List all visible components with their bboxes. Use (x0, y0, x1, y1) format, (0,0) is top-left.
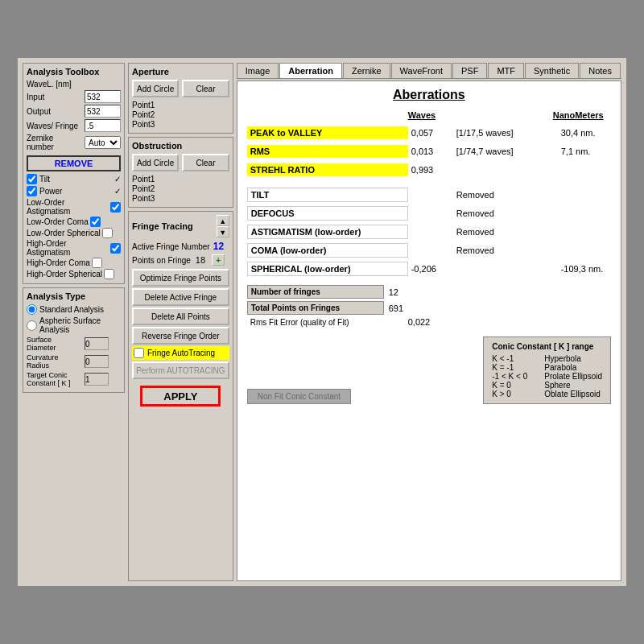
apply-btn-container: APPLY (132, 386, 229, 407)
waves-field[interactable] (85, 119, 121, 132)
abr-row-coma: COMA (low-order) Removed (247, 242, 611, 258)
ho-spherical-checkbox[interactable] (104, 269, 114, 279)
ho-astig-checkbox[interactable] (110, 243, 121, 254)
power-label: Power (39, 187, 62, 196)
conic-target-input[interactable] (85, 373, 109, 386)
zernike-select[interactable]: Auto (85, 136, 121, 149)
curvature-label: Curvature Radius (27, 353, 83, 369)
standard-label: Standard Analysis (39, 305, 104, 314)
conic-target-label: Target Conic Constant [ K ] (27, 371, 83, 387)
tab-image[interactable]: Image (237, 63, 279, 78)
obstruction-point3: Point3 (132, 194, 229, 203)
lo-coma-checkbox[interactable] (90, 217, 101, 227)
toolbox-title: Analysis Toolbox (27, 67, 121, 76)
conic-box: Conic Constant [ K ] range K < -1Hyperbo… (483, 336, 611, 404)
divider1 (247, 180, 611, 187)
output-label: Output (27, 107, 83, 116)
nonfit-button[interactable]: Non Fit Conic Constant (247, 389, 351, 404)
obstruction-clear-button[interactable]: Clear (182, 154, 229, 171)
delete-all-points-button[interactable]: Delete All Points (132, 308, 229, 325)
output-row: Output (27, 105, 121, 118)
tab-wavefront[interactable]: WaveFront (391, 63, 452, 78)
lo-spherical-label: Low-Order Spherical (27, 229, 101, 237)
ho-coma-row: High-Order Coma (27, 258, 121, 268)
obstruction-point1: Point1 (132, 175, 229, 184)
abr-header-row: Waves NanoMeters (247, 110, 611, 120)
autotracing-checkbox[interactable] (134, 348, 144, 358)
tilt-checkbox[interactable] (27, 174, 37, 184)
abr-row-ptv: PEAK to VALLEY 0,057 [1/17,5 waves] 30,4… (247, 125, 611, 141)
surface-diameter-input[interactable] (85, 337, 109, 350)
obstruction-section: Obstruction Add Circle Clear Point1 Poin… (128, 137, 233, 208)
conic-row-2: K = -1Parabola (492, 363, 602, 372)
abr-label-rms: RMS (247, 145, 408, 158)
middle-panel: Aperture Add Circle Clear Point1 Point2 … (128, 63, 233, 581)
obstruction-add-circle-button[interactable]: Add Circle (132, 154, 179, 171)
lo-spherical-checkbox[interactable] (102, 228, 113, 238)
abr-row-rms: RMS 0,013 [1/74,7 waves] 7,1 nm. (247, 143, 611, 159)
apply-button[interactable]: APPLY (140, 386, 221, 407)
abr-bracket-coma: Removed (456, 246, 561, 255)
curvature-input[interactable] (85, 355, 109, 368)
aspheric-analysis-row: Aspheric Surface Analysis (27, 316, 121, 334)
fringes-row: Number of fringes 12 (247, 285, 611, 299)
aspheric-radio[interactable] (27, 320, 37, 331)
lo-spherical-row: Low-Order Spherical (27, 228, 121, 238)
input-row: Input (27, 90, 121, 103)
tab-mtf[interactable]: MTF (488, 63, 524, 78)
fringes-label: Number of fringes (247, 285, 384, 299)
zernike-row: Zernike number Auto (27, 134, 121, 151)
tab-notes[interactable]: Notes (580, 63, 621, 78)
tab-zernike[interactable]: Zernike (343, 63, 390, 78)
power-checkbox[interactable] (27, 186, 37, 196)
delete-active-fringe-button[interactable]: Delete Active Fringe (132, 288, 229, 306)
remove-button[interactable]: REMOVE (27, 155, 121, 171)
lo-coma-row: Low-Order Coma (27, 217, 121, 227)
abr-bracket-astig: Removed (456, 227, 561, 237)
fringe-tracing-section: Fringe Tracing ▲ ▼ Active Fringe Number … (128, 211, 233, 581)
right-panel-container: Image Aberration Zernike WaveFront PSF M… (237, 63, 621, 581)
abr-bracket-ptv: [1/17,5 waves] (456, 128, 561, 138)
lo-astig-checkbox[interactable] (110, 202, 121, 213)
aperture-clear-button[interactable]: Clear (182, 80, 229, 97)
abr-row-spherical: SPHERICAL (low-order) -0,206 -109,3 nm. (247, 261, 611, 277)
lo-astig-row: Low-Order Astigmatism (27, 198, 121, 216)
zernike-label: Zernike number (27, 134, 83, 151)
abr-bracket-defocus: Removed (456, 208, 561, 218)
points-on-fringe-label: Points on Fringe (132, 256, 191, 265)
points-plus-button[interactable]: + (212, 254, 225, 266)
aperture-section: Aperture Add Circle Clear Point1 Point2 … (128, 63, 233, 134)
perform-autotracing-button[interactable]: Perform AUTOTRACING (132, 361, 229, 379)
aperture-point2: Point2 (132, 110, 229, 119)
tab-psf[interactable]: PSF (452, 63, 487, 78)
wavel-label: WaveL. [nm] (27, 80, 83, 89)
abr-bracket-rms: [1/74,7 waves] (456, 147, 561, 156)
output-field[interactable] (85, 105, 121, 118)
fringe-up-button[interactable]: ▲ (217, 215, 229, 226)
waves-label: Waves/ Fringe (27, 122, 83, 130)
surface-diameter-row: Surface Diameter (27, 336, 121, 352)
right-panel: Image Aberration Zernike WaveFront PSF M… (237, 63, 621, 581)
tab-synthetic[interactable]: Synthetic (525, 63, 579, 78)
analysis-toolbox-section: Analysis Toolbox WaveL. [nm] Input Outpu… (23, 63, 125, 284)
fringes-value: 12 (384, 287, 403, 297)
fringe-points-row: Points on Fringe 18 + (132, 254, 229, 266)
analysis-type-title: Analysis Type (27, 291, 121, 301)
fringe-title: Fringe Tracing (132, 221, 193, 231)
tab-aberration[interactable]: Aberration (279, 63, 342, 78)
abr-nm-ptv: 30,4 nm. (561, 128, 596, 138)
ho-spherical-row: High-Order Spherical (27, 269, 121, 279)
input-field[interactable] (85, 90, 121, 103)
optimize-fringe-button[interactable]: Optimize Fringe Points (132, 269, 229, 287)
abr-label-astig: ASTIGMATISM (low-order) (247, 225, 408, 239)
standard-radio[interactable] (27, 304, 37, 315)
ho-coma-checkbox[interactable] (92, 258, 102, 268)
tilt-label: Tilt (39, 175, 50, 184)
tabs-row: Image Aberration Zernike WaveFront PSF M… (237, 63, 621, 79)
fringe-down-button[interactable]: ▼ (217, 226, 229, 237)
conic-row-3: -1 < K < 0Prolate Ellipsoid (492, 372, 602, 381)
aperture-btn-row: Add Circle Clear (132, 80, 229, 97)
reverse-fringe-button[interactable]: Reverse Fringe Order (132, 327, 229, 345)
ho-spherical-label: High-Order Spherical (27, 270, 102, 279)
aperture-add-circle-button[interactable]: Add Circle (132, 80, 179, 97)
